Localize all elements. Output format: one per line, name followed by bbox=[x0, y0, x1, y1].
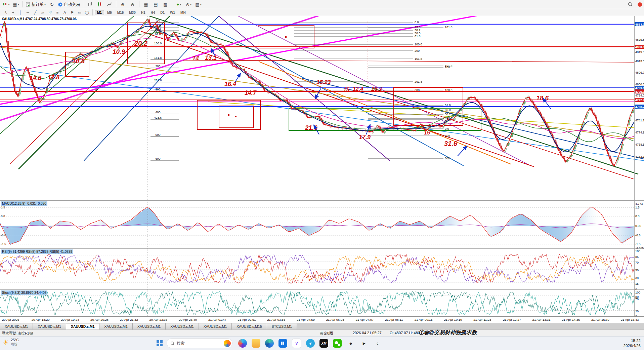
timeframe-mn-button[interactable]: MN bbox=[178, 10, 188, 15]
new-chart-button[interactable]: ▾ bbox=[2, 1, 11, 8]
chart-tab-xauusd-s-m1[interactable]: XAUUSD.s,M1 bbox=[166, 323, 199, 329]
weather-sun-icon: ☀ bbox=[3, 338, 9, 346]
macd-histogram-bar bbox=[352, 220, 352, 226]
chart-tab-xauusd-s-m15[interactable]: XAUUSD.s,M15 bbox=[232, 323, 267, 329]
cursor-tool[interactable]: ↖ bbox=[2, 10, 9, 15]
arrows-tool[interactable]: ⚑ bbox=[69, 10, 76, 15]
chart-tab-btcusd-m1[interactable]: BTCUSD,M1 bbox=[267, 323, 297, 329]
channel-tool[interactable]: ▱ bbox=[39, 10, 46, 15]
pitchfork-tool[interactable]: Ψ bbox=[47, 10, 53, 15]
search-icon[interactable] bbox=[626, 1, 635, 8]
horizontal-line-tool[interactable]: ─ bbox=[25, 10, 31, 15]
stochastic-indicator-chart[interactable]: 1008070200 bbox=[0, 290, 644, 316]
chart-tab-xauusd-s-m1[interactable]: XAUUSD.s,M1 bbox=[66, 323, 100, 329]
price-annotation[interactable]: 31.6 bbox=[444, 140, 458, 147]
price-annotation[interactable]: 17.8 bbox=[48, 74, 59, 81]
tile-horizontal-button[interactable]: ▤ bbox=[151, 1, 160, 8]
price-annotation[interactable]: 21.6 bbox=[305, 124, 317, 131]
timeframe-h4-button[interactable]: H4 bbox=[148, 10, 158, 15]
timeframe-h1-button[interactable]: H1 bbox=[139, 10, 148, 15]
timeframe-m15-button[interactable]: M15 bbox=[115, 10, 126, 15]
main-price-chart[interactable]: 0.023.638.250.061.8100.0161.8200261.8300… bbox=[0, 16, 644, 201]
start-button[interactable] bbox=[157, 340, 163, 346]
crosshair-tool[interactable]: + bbox=[10, 10, 16, 15]
templates-button[interactable]: ▨▾ bbox=[194, 1, 203, 8]
ms-store-icon[interactable] bbox=[278, 339, 287, 348]
marker-dot[interactable] bbox=[228, 114, 229, 116]
taskbar-search-input[interactable]: 搜索 bbox=[167, 338, 232, 348]
media-player-icon[interactable]: ▶ bbox=[360, 339, 369, 348]
trendline-tool[interactable]: ╱ bbox=[32, 10, 39, 15]
zoom-in-button[interactable]: ⊕ bbox=[118, 1, 127, 8]
notification-badge[interactable] bbox=[638, 2, 642, 7]
edge-icon[interactable] bbox=[265, 339, 274, 348]
browser-icon[interactable] bbox=[238, 339, 247, 348]
timeframe-m5-button[interactable]: M5 bbox=[105, 10, 114, 15]
chart-tab-xauusd-s-m1[interactable]: XAUUSD.s,M1 bbox=[33, 323, 66, 329]
macd-histogram-bar bbox=[38, 220, 39, 226]
price-annotation[interactable]: 10.8 bbox=[72, 57, 85, 65]
status-profile-name[interactable]: 黄金8图 bbox=[320, 331, 333, 336]
price-annotation[interactable]: 18.6 bbox=[536, 94, 549, 102]
tile-windows-button[interactable]: ▦ bbox=[141, 1, 151, 8]
price-annotation[interactable]: 17.9 bbox=[359, 134, 371, 141]
marker-dot[interactable] bbox=[235, 116, 237, 117]
price-annotation[interactable]: 20.2 bbox=[134, 40, 147, 47]
refresh-button[interactable]: ↻ bbox=[47, 1, 56, 8]
file-explorer-icon[interactable] bbox=[252, 339, 260, 348]
timeframe-m30-button[interactable]: M30 bbox=[127, 10, 138, 15]
emoji-app-icon[interactable]: ☻ bbox=[346, 339, 355, 348]
browser-ball-icon[interactable] bbox=[224, 340, 231, 347]
macd-histogram-bar bbox=[589, 209, 589, 226]
chart-tab-xauusd-s-m1[interactable]: XAUUSD.s,M1 bbox=[99, 323, 132, 329]
c-app-icon[interactable]: c bbox=[373, 339, 382, 348]
text-tool[interactable]: A bbox=[61, 10, 68, 15]
candles-chart-button[interactable] bbox=[95, 1, 104, 8]
indicators-button[interactable]: +▾ bbox=[174, 1, 183, 8]
macd-indicator-chart[interactable]: 4.7731.50.80.00-0.8-1.5-4.5551.50.8-0.8-… bbox=[0, 201, 644, 249]
bars-chart-button[interactable] bbox=[85, 1, 94, 8]
macd-histogram-bar bbox=[18, 226, 19, 242]
price-annotation[interactable]: 10.9 bbox=[113, 48, 125, 55]
rsi-indicator-chart[interactable]: 10085705030150 bbox=[0, 249, 644, 290]
chart-tab-xauusd-s-m1[interactable]: XAUUSD.s,M1 bbox=[0, 323, 33, 329]
timeframe-w1-button[interactable]: W1 bbox=[168, 10, 177, 15]
price-annotation[interactable]: 14 bbox=[192, 55, 199, 62]
auto-trading-button[interactable]: 自动交易 bbox=[57, 1, 81, 8]
price-annotation[interactable]: 18.7 bbox=[371, 86, 383, 92]
price-tag-label: 4792.48 bbox=[635, 99, 644, 102]
macd-histogram-bar bbox=[390, 226, 391, 229]
chart-tab-xauusd-s-m1[interactable]: XAUUSD.s,M1 bbox=[199, 323, 232, 329]
cascade-windows-button[interactable]: ▧ bbox=[161, 1, 170, 8]
timeframe-m1-button[interactable]: M1 bbox=[95, 10, 104, 15]
macd-histogram-bar bbox=[12, 226, 13, 244]
chart-tab-xauusd-s-m1[interactable]: XAUUSD.s,M1 bbox=[133, 323, 166, 329]
profiles-button[interactable]: ▦▾ bbox=[11, 1, 20, 8]
wechat-icon[interactable] bbox=[333, 339, 342, 348]
zoom-out-button[interactable]: ⊖ bbox=[128, 1, 137, 8]
new-order-button[interactable]: 新订单▾ bbox=[25, 1, 47, 8]
xm-icon[interactable]: XM bbox=[319, 339, 328, 348]
periods-button[interactable]: ⊙▾ bbox=[184, 1, 193, 8]
fibonacci-tool[interactable]: ≡ bbox=[54, 10, 61, 15]
v-app-icon[interactable]: V bbox=[292, 339, 301, 348]
price-annotation[interactable]: 15 bbox=[424, 130, 430, 135]
price-annotation[interactable]: 15.23 bbox=[316, 79, 331, 85]
price-annotation[interactable]: 14.7 bbox=[245, 89, 257, 96]
macd-histogram-bar bbox=[308, 226, 309, 236]
price-annotation[interactable]: 16.4 bbox=[224, 81, 236, 87]
rectangle-tool[interactable]: ▭ bbox=[76, 10, 83, 15]
macd-histogram-bar bbox=[602, 215, 602, 226]
price-annotation[interactable]: 14.8 bbox=[30, 75, 41, 81]
macd-histogram-bar bbox=[586, 212, 586, 226]
line-chart-button[interactable] bbox=[105, 1, 114, 8]
telegram-icon[interactable]: ➤ bbox=[306, 339, 315, 348]
timeframe-d1-button[interactable]: D1 bbox=[158, 10, 167, 15]
marker-dot[interactable] bbox=[285, 36, 287, 38]
price-annotation[interactable]: 15 bbox=[343, 87, 350, 92]
taskbar-clock[interactable]: 15:22 2026/4/26 bbox=[624, 338, 641, 348]
vertical-line-tool[interactable]: │ bbox=[17, 10, 24, 15]
weather-widget[interactable]: ☀ 25°C 晴朗 bbox=[3, 338, 19, 347]
price-annotation[interactable]: 12.4 bbox=[353, 86, 363, 92]
ellipse-tool[interactable]: ◯ bbox=[84, 10, 90, 15]
